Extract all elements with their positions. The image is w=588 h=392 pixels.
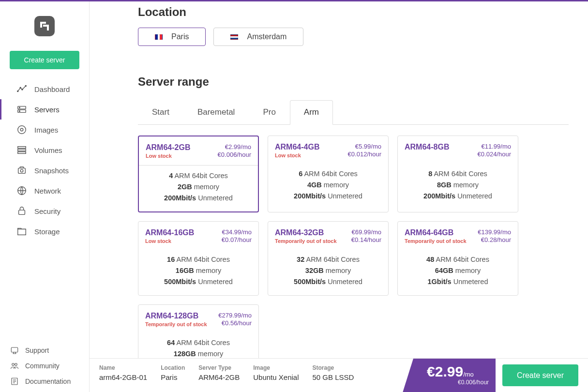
community-icon	[10, 361, 19, 371]
plan-arm64-2gb[interactable]: ARM64-2GB Low stock €2.99/mo €0.006/hour…	[138, 136, 259, 212]
nav-item-volumes[interactable]: Volumes	[0, 140, 89, 160]
nav-item-snapshots[interactable]: Snapshots	[0, 160, 89, 181]
svg-rect-17	[19, 210, 25, 214]
svg-rect-10	[18, 147, 26, 149]
support-icon	[10, 346, 19, 355]
summary-bar: Name arm64-2GB-01 Location Paris Server …	[90, 358, 588, 392]
svg-rect-19	[11, 347, 18, 352]
location-option-paris[interactable]: Paris	[138, 28, 206, 46]
plan-specs: 8 ARM 64bit Cores 8GB memory 200Mbit/s U…	[398, 164, 518, 210]
nav-item-label: Storage	[34, 227, 60, 236]
server-range-title: Server range	[138, 75, 569, 89]
plan-stock-badge: Low stock	[146, 153, 190, 159]
summary-storage: Storage 50 GB LSSD	[312, 364, 354, 392]
summary-location: Location Paris	[161, 364, 185, 392]
plan-name: ARM64-64GB	[405, 228, 467, 237]
plan-name: ARM64-2GB	[146, 143, 190, 152]
plan-specs: 48 ARM 64bit Cores 64GB memory 1Gbit/s U…	[398, 249, 518, 296]
footer-item-label: Community	[25, 362, 60, 370]
summary-type-label: Server Type	[198, 364, 240, 371]
plan-arm64-8gb[interactable]: ARM64-8GB €11.99/mo €0.024/hour 8 ARM 64…	[397, 136, 518, 212]
footer-item-community[interactable]: Community	[0, 358, 89, 374]
svg-point-3	[25, 85, 26, 86]
footer-item-label: Documentation	[25, 377, 71, 385]
flag-fr-icon	[155, 34, 163, 40]
plan-specs: 16 ARM 64bit Cores 16GB memory 500Mbit/s…	[138, 249, 258, 296]
svg-rect-11	[18, 149, 26, 151]
summary-type-value: ARM64-2GB	[198, 373, 240, 381]
svg-rect-12	[18, 152, 26, 154]
svg-point-8	[18, 126, 26, 134]
plan-price: €11.99/mo €0.024/hour	[478, 143, 511, 159]
nav-item-network[interactable]: Network	[0, 181, 89, 201]
plan-specs: 4 ARM 64bit Cores 2GB memory 200Mbit/s U…	[139, 166, 258, 212]
summary-type: Server Type ARM64-2GB	[198, 364, 240, 392]
svg-rect-18	[18, 229, 26, 235]
nav-item-images[interactable]: Images	[0, 120, 89, 140]
nav-footer: SupportCommunityDocumentation	[0, 343, 89, 392]
svg-point-2	[22, 89, 23, 90]
create-server-cta[interactable]: Create server	[502, 364, 578, 386]
price-unit: /mo	[463, 371, 474, 378]
svg-point-1	[20, 87, 21, 88]
footer-item-documentation[interactable]: Documentation	[0, 374, 89, 389]
plan-arm64-32gb[interactable]: ARM64-32GB Temporarily out of stock €69.…	[268, 221, 389, 296]
svg-point-21	[15, 363, 17, 366]
nav-item-dashboard[interactable]: Dashboard	[0, 79, 89, 99]
summary-location-label: Location	[161, 364, 185, 371]
nav-item-label: Dashboard	[34, 85, 70, 93]
security-icon	[16, 205, 28, 217]
svg-rect-15	[20, 167, 23, 168]
plan-name: ARM64-8GB	[405, 143, 449, 151]
volumes-icon	[16, 144, 28, 156]
summary-image: Image Ubuntu Xenial	[253, 364, 299, 392]
svg-point-20	[12, 363, 15, 366]
summary-name-value: arm64-2GB-01	[99, 373, 147, 381]
tab-arm[interactable]: Arm	[290, 100, 333, 125]
location-option-amsterdam[interactable]: Amsterdam	[213, 28, 303, 46]
tab-baremetal[interactable]: Baremetal	[183, 100, 249, 124]
nav-item-label: Snapshots	[34, 166, 69, 175]
summary-storage-label: Storage	[312, 364, 354, 371]
plans-grid: ARM64-2GB Low stock €2.99/mo €0.006/hour…	[138, 136, 569, 358]
tab-pro[interactable]: Pro	[249, 100, 289, 124]
snapshots-icon	[16, 165, 28, 176]
flag-nl-icon	[230, 34, 238, 40]
servers-icon	[16, 104, 28, 115]
footer-item-support[interactable]: Support	[0, 343, 89, 358]
plan-specs: 64 ARM 64bit Cores 128GB memory 1Gbit/s …	[138, 332, 258, 358]
nav-item-label: Network	[34, 187, 61, 195]
nav-item-storage[interactable]: Storage	[0, 221, 89, 241]
plan-stock-badge: Low stock	[145, 238, 194, 244]
plan-price: €5.99/mo €0.012/hour	[348, 143, 381, 159]
images-icon	[16, 124, 28, 136]
location-option-label: Paris	[171, 32, 189, 41]
plan-arm64-16gb[interactable]: ARM64-16GB Low stock €34.99/mo €0.07/hou…	[138, 221, 259, 296]
plan-price: €69.99/mo €0.14/hour	[351, 228, 381, 244]
plan-arm64-128gb[interactable]: ARM64-128GB Temporarily out of stock €27…	[138, 304, 259, 358]
plan-price: €139.99/mo €0.28/hour	[478, 228, 511, 244]
summary: Name arm64-2GB-01 Location Paris Server …	[90, 359, 413, 392]
svg-point-6	[19, 107, 20, 108]
nav-item-security[interactable]: Security	[0, 201, 89, 221]
storage-icon	[16, 226, 28, 237]
plan-arm64-4gb[interactable]: ARM64-4GB Low stock €5.99/mo €0.012/hour…	[268, 136, 389, 212]
logo-mark-icon	[34, 16, 55, 36]
create-server-button[interactable]: Create server	[10, 51, 79, 69]
plan-name: ARM64-32GB	[275, 228, 337, 237]
location-options: ParisAmsterdam	[138, 28, 569, 46]
main-content: Location ParisAmsterdam Server range Sta…	[90, 1, 588, 358]
summary-image-value: Ubuntu Xenial	[253, 373, 299, 381]
range-tabs: StartBaremetalProArm	[138, 100, 569, 125]
tab-start[interactable]: Start	[138, 100, 183, 124]
plan-price: €34.99/mo €0.07/hour	[222, 228, 252, 244]
summary-name: Name arm64-2GB-01	[99, 364, 147, 392]
nav-item-servers[interactable]: Servers	[0, 99, 89, 120]
plan-specs: 32 ARM 64bit Cores 32GB memory 500Mbit/s…	[268, 249, 388, 296]
sidebar: Create server DashboardServersImagesVolu…	[0, 1, 90, 392]
svg-point-9	[20, 128, 23, 131]
plan-name: ARM64-128GB	[145, 312, 207, 320]
plan-name: ARM64-16GB	[145, 228, 194, 237]
plan-arm64-64gb[interactable]: ARM64-64GB Temporarily out of stock €139…	[397, 221, 518, 296]
plan-stock-badge: Temporarily out of stock	[145, 321, 207, 327]
